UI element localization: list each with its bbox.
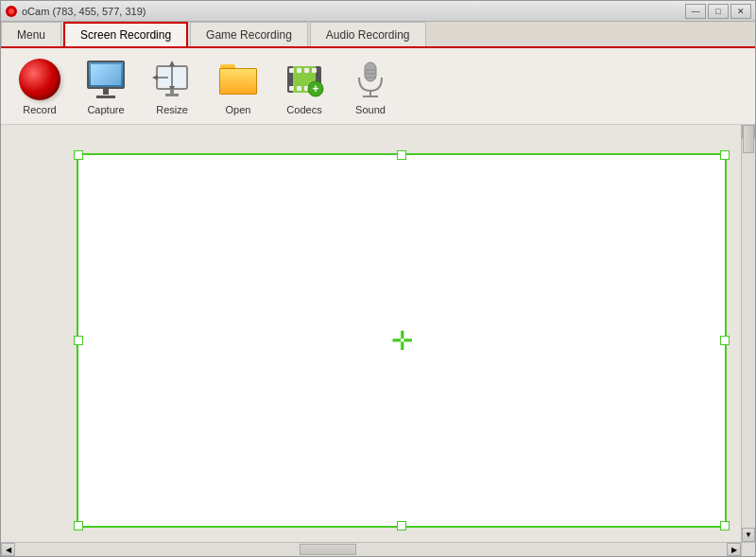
scrollbar-left-arrow[interactable]: ◀ (1, 543, 15, 556)
resize-button[interactable]: Resize (141, 52, 203, 120)
svg-rect-14 (297, 68, 301, 73)
svg-rect-13 (289, 68, 294, 73)
open-icon-area (215, 57, 261, 102)
open-label: Open (226, 104, 251, 115)
toolbar: Record Capture (1, 48, 755, 125)
window-controls: — □ ✕ (685, 4, 751, 19)
scrollbar-thumb-vertical[interactable] (743, 125, 754, 153)
tab-screen-recording[interactable]: Screen Recording (63, 22, 188, 46)
resize-icon (151, 59, 193, 100)
monitor-stand (103, 89, 109, 95)
record-label: Record (23, 104, 56, 115)
capture-label: Capture (87, 104, 124, 115)
monitor-body (87, 61, 125, 89)
sound-label: Sound (355, 104, 386, 115)
folder-body (219, 68, 257, 95)
sound-icon-area (348, 57, 393, 102)
handle-top-left[interactable] (74, 150, 83, 160)
microphone-icon (350, 59, 391, 100)
codecs-icon: + (284, 59, 325, 100)
handle-top-center[interactable] (397, 150, 406, 160)
record-icon-area (17, 57, 62, 102)
handle-middle-left[interactable] (74, 336, 83, 345)
folder-icon (217, 61, 259, 98)
svg-rect-16 (312, 68, 317, 73)
handle-top-right[interactable] (720, 150, 730, 160)
resize-icon-area (149, 57, 195, 102)
handle-bottom-center[interactable] (397, 521, 406, 531)
svg-rect-15 (304, 68, 309, 73)
monitor-base (96, 96, 115, 98)
codecs-label: Codecs (286, 104, 321, 115)
record-button[interactable]: Record (9, 52, 71, 120)
capture-icon-area (83, 57, 129, 102)
capture-button[interactable]: Capture (75, 52, 137, 120)
scrollbar-corner (741, 542, 755, 556)
main-content: ✛ ▲ ▼ ◀ ▶ (1, 125, 755, 556)
move-cursor-icon[interactable]: ✛ (391, 325, 413, 357)
svg-point-1 (9, 9, 14, 14)
vertical-scrollbar[interactable]: ▲ ▼ (741, 125, 755, 542)
handle-bottom-right[interactable] (720, 521, 730, 531)
scrollbar-right-arrow[interactable]: ▶ (727, 543, 741, 556)
record-icon (19, 59, 60, 100)
tab-bar: Menu Screen Recording Game Recording Aud… (1, 22, 755, 48)
title-bar: oCam (783, 455, 577, 319) — □ ✕ (1, 1, 755, 22)
capture-icon (85, 61, 127, 98)
scrollbar-thumb-horizontal[interactable] (300, 544, 356, 555)
scrollbar-down-arrow[interactable]: ▼ (742, 528, 755, 542)
svg-marker-8 (152, 75, 158, 80)
monitor-screen (91, 64, 121, 85)
tab-game-recording[interactable]: Game Recording (190, 22, 308, 46)
sound-button[interactable]: Sound (339, 52, 402, 120)
horizontal-scrollbar[interactable]: ◀ ▶ (1, 542, 741, 556)
close-button[interactable]: ✕ (730, 4, 751, 19)
svg-text:+: + (312, 82, 318, 96)
svg-rect-18 (297, 86, 301, 91)
svg-rect-10 (165, 94, 179, 96)
app-icon (5, 5, 18, 18)
tab-menu[interactable]: Menu (1, 22, 61, 46)
minimize-button[interactable]: — (685, 4, 706, 19)
open-button[interactable]: Open (207, 52, 269, 120)
main-window: oCam (783, 455, 577, 319) — □ ✕ Menu Scr… (0, 0, 756, 557)
maximize-button[interactable]: □ (708, 4, 729, 19)
tab-audio-recording[interactable]: Audio Recording (310, 22, 426, 46)
resize-label: Resize (156, 104, 188, 115)
handle-middle-right[interactable] (720, 336, 730, 345)
svg-rect-9 (170, 89, 174, 94)
handle-bottom-left[interactable] (74, 521, 83, 531)
svg-rect-23 (365, 62, 376, 81)
codecs-icon-area: + (282, 57, 327, 102)
scrollbar-track-horizontal (15, 543, 727, 556)
window-title: oCam (783, 455, 577, 319) (22, 6, 685, 17)
recording-area[interactable]: ✛ (77, 153, 727, 528)
svg-marker-5 (169, 61, 175, 66)
svg-rect-17 (289, 86, 294, 91)
codecs-button[interactable]: + Codecs (273, 52, 335, 120)
